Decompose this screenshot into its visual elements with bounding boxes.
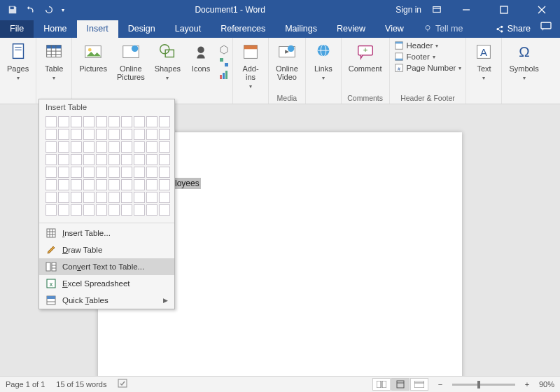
grid-cell[interactable]: [46, 179, 57, 190]
minimize-button[interactable]: [452, 0, 480, 20]
ribbon-display-icon[interactable]: [431, 4, 442, 15]
grid-cell[interactable]: [134, 192, 145, 203]
pages-button[interactable]: Pages▾: [4, 40, 31, 83]
tab-references[interactable]: References: [211, 20, 275, 38]
grid-cell[interactable]: [58, 167, 69, 178]
redo-icon[interactable]: [43, 4, 55, 15]
grid-cell[interactable]: [46, 204, 57, 216]
icons-button[interactable]: Icons: [188, 40, 214, 83]
menu-insert-table[interactable]: Insert Table...: [39, 225, 174, 241]
text-button[interactable]: A Text▾: [470, 40, 497, 83]
grid-cell[interactable]: [96, 116, 107, 127]
grid-cell[interactable]: [71, 204, 82, 216]
grid-cell[interactable]: [134, 141, 145, 153]
smartart-icon[interactable]: [218, 57, 228, 66]
grid-cell[interactable]: [46, 167, 57, 178]
grid-cell[interactable]: [134, 167, 145, 178]
grid-cell[interactable]: [134, 129, 145, 140]
grid-cell[interactable]: [159, 167, 170, 178]
grid-cell[interactable]: [108, 204, 120, 216]
grid-cell[interactable]: [108, 154, 120, 165]
tab-file[interactable]: File: [0, 20, 34, 38]
grid-cell[interactable]: [108, 179, 120, 190]
tellme-box[interactable]: Tell me: [414, 20, 473, 38]
grid-cell[interactable]: [83, 204, 94, 216]
tab-view[interactable]: View: [375, 20, 414, 38]
grid-cell[interactable]: [108, 141, 120, 153]
proofing-icon[interactable]: [118, 379, 129, 390]
grid-cell[interactable]: [71, 129, 82, 140]
grid-cell[interactable]: [121, 192, 132, 203]
grid-cell[interactable]: [146, 192, 158, 203]
grid-cell[interactable]: [83, 116, 94, 127]
links-button[interactable]: Links▾: [310, 40, 337, 83]
grid-cell[interactable]: [121, 204, 132, 216]
grid-cell[interactable]: [83, 154, 94, 165]
grid-cell[interactable]: [121, 129, 132, 140]
grid-cell[interactable]: [46, 116, 57, 127]
grid-cell[interactable]: [71, 167, 82, 178]
grid-cell[interactable]: [108, 192, 120, 203]
grid-cell[interactable]: [58, 141, 69, 153]
grid-cell[interactable]: [159, 179, 170, 190]
zoom-slider[interactable]: [452, 384, 515, 386]
grid-cell[interactable]: [159, 141, 170, 153]
feedback-button[interactable]: [538, 18, 560, 38]
tab-insert[interactable]: Insert: [77, 20, 118, 38]
shapes-button[interactable]: Shapes▾: [152, 40, 183, 83]
status-words[interactable]: 15 of 15 words: [56, 380, 106, 388]
grid-cell[interactable]: [159, 192, 170, 203]
print-layout-button[interactable]: [391, 378, 410, 391]
grid-cell[interactable]: [83, 192, 94, 203]
menu-quick-tables[interactable]: Quick Tables ▶: [39, 292, 174, 309]
grid-cell[interactable]: [71, 141, 82, 153]
comment-button[interactable]: + Comment: [346, 40, 385, 74]
save-icon[interactable]: [7, 4, 18, 15]
grid-cell[interactable]: [146, 116, 158, 127]
grid-cell[interactable]: [159, 154, 170, 165]
zoom-thumb[interactable]: [477, 381, 480, 388]
zoom-in-button[interactable]: +: [522, 380, 532, 388]
symbols-button[interactable]: Ω Symbols▾: [506, 40, 541, 83]
grid-cell[interactable]: [58, 204, 69, 216]
grid-cell[interactable]: [71, 192, 82, 203]
grid-cell[interactable]: [96, 129, 107, 140]
share-button[interactable]: Share: [485, 20, 538, 38]
grid-cell[interactable]: [96, 192, 107, 203]
grid-cell[interactable]: [121, 116, 132, 127]
grid-cell[interactable]: [58, 154, 69, 165]
grid-cell[interactable]: [134, 204, 145, 216]
signin-link[interactable]: Sign in: [396, 5, 421, 15]
grid-cell[interactable]: [134, 154, 145, 165]
grid-cell[interactable]: [96, 204, 107, 216]
tab-home[interactable]: Home: [34, 20, 76, 38]
grid-cell[interactable]: [146, 167, 158, 178]
grid-cell[interactable]: [71, 179, 82, 190]
grid-cell[interactable]: [83, 129, 94, 140]
menu-draw-table[interactable]: Draw Table: [39, 241, 174, 258]
grid-cell[interactable]: [108, 116, 120, 127]
grid-cell[interactable]: [134, 116, 145, 127]
grid-cell[interactable]: [46, 154, 57, 165]
web-layout-button[interactable]: [410, 378, 428, 391]
grid-cell[interactable]: [58, 116, 69, 127]
models-icon[interactable]: [218, 44, 228, 54]
grid-cell[interactable]: [58, 129, 69, 140]
pictures-button[interactable]: Pictures: [76, 40, 110, 83]
grid-cell[interactable]: [146, 179, 158, 190]
addins-button[interactable]: Add- ins▾: [237, 40, 264, 91]
status-page[interactable]: Page 1 of 1: [6, 380, 45, 388]
header-button[interactable]: Header▾: [394, 40, 462, 51]
grid-cell[interactable]: [108, 129, 120, 140]
grid-cell[interactable]: [146, 154, 158, 165]
grid-cell[interactable]: [96, 154, 107, 165]
tab-review[interactable]: Review: [327, 20, 375, 38]
pagenumber-button[interactable]: #Page Number▾: [394, 62, 462, 74]
grid-cell[interactable]: [58, 192, 69, 203]
grid-cell[interactable]: [58, 179, 69, 190]
tab-mailings[interactable]: Mailings: [275, 20, 327, 38]
tab-layout[interactable]: Layout: [165, 20, 211, 38]
table-button[interactable]: Table▾: [41, 40, 67, 83]
online-video-button[interactable]: Online Video: [273, 40, 301, 83]
read-mode-button[interactable]: [372, 378, 391, 391]
